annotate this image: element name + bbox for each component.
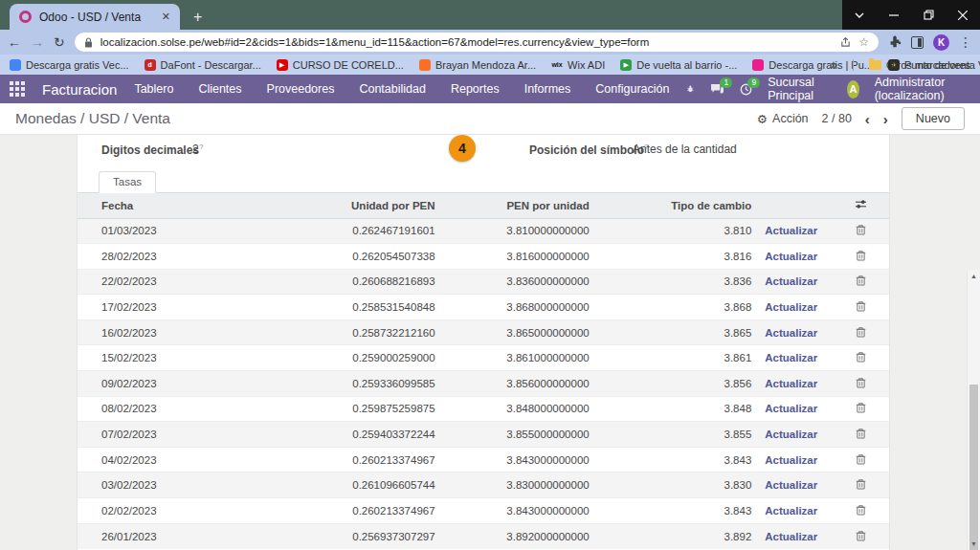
- delete-cell[interactable]: [833, 269, 889, 295]
- cell-fecha[interactable]: 17/02/2023: [78, 295, 256, 320]
- user-name[interactable]: Administrator (localizacion): [875, 76, 970, 102]
- nav-menu-item[interactable]: Configuración: [595, 82, 669, 96]
- debug-bug-icon[interactable]: [686, 83, 695, 95]
- cell-pen-por-unidad[interactable]: 3.816000000000: [443, 244, 597, 270]
- bookmark-item[interactable]: Descarga gratis | Pu...: [752, 59, 873, 71]
- cell-tipo-de-cambio[interactable]: 3.830: [597, 473, 760, 498]
- cell-pen-por-unidad[interactable]: 3.830000000000: [443, 473, 597, 498]
- trash-icon[interactable]: [856, 402, 866, 413]
- nav-menu-item[interactable]: Tablero: [134, 82, 173, 96]
- bookmark-item[interactable]: Descarga gratis Vec...: [10, 59, 129, 71]
- actualizar-link[interactable]: Actualizar: [765, 327, 817, 339]
- header-fecha[interactable]: Fecha: [78, 193, 256, 218]
- extensions-icon[interactable]: [888, 35, 902, 49]
- cell-fecha[interactable]: 01/03/2023: [78, 218, 256, 244]
- apps-menu-icon[interactable]: [10, 81, 25, 97]
- table-row[interactable]: 08/02/2023 0.259875259875 3.848000000000…: [78, 396, 889, 422]
- cell-tipo-de-cambio[interactable]: 3.892: [597, 523, 760, 549]
- header-pen-por-unidad[interactable]: PEN por unidad: [443, 193, 597, 218]
- delete-cell[interactable]: [833, 371, 889, 397]
- scroll-up-icon[interactable]: ▲: [968, 270, 980, 282]
- delete-cell[interactable]: [833, 244, 889, 270]
- nav-menu-item[interactable]: Reportes: [451, 82, 500, 96]
- new-tab-button[interactable]: +: [193, 10, 202, 25]
- trash-icon[interactable]: [856, 530, 866, 541]
- cell-unidad-por-pen[interactable]: 0.259336099585: [256, 371, 443, 397]
- cell-fecha[interactable]: 16/02/2023: [78, 319, 256, 345]
- restore-button[interactable]: [911, 0, 946, 30]
- table-row[interactable]: 09/02/2023 0.259336099585 3.856000000000…: [78, 371, 889, 397]
- actualizar-link[interactable]: Actualizar: [765, 531, 817, 542]
- close-tab-icon[interactable]: ✕: [162, 11, 170, 23]
- trash-icon[interactable]: [856, 250, 866, 261]
- table-row[interactable]: 04/02/2023 0.260213374967 3.843000000000…: [78, 447, 889, 473]
- pager-next-icon[interactable]: ›: [883, 111, 888, 127]
- header-tipo-de-cambio[interactable]: Tipo de cambio: [597, 193, 760, 218]
- cell-unidad-por-pen[interactable]: 0.260213374967: [256, 498, 443, 524]
- decimal-places-value[interactable]: 2: [192, 143, 199, 156]
- browser-menu-icon[interactable]: ⋮: [959, 35, 972, 49]
- cell-pen-por-unidad[interactable]: 3.810000000000: [443, 218, 597, 244]
- cell-pen-por-unidad[interactable]: 3.868000000000: [443, 295, 597, 320]
- trash-icon[interactable]: [856, 326, 866, 338]
- cell-unidad-por-pen[interactable]: 0.262467191601: [256, 218, 443, 244]
- cell-unidad-por-pen[interactable]: 0.258531540848: [256, 295, 443, 320]
- bookmark-item[interactable]: wix Wix ADI: [551, 59, 605, 71]
- actualizar-link[interactable]: Actualizar: [765, 454, 817, 466]
- delete-cell[interactable]: [833, 295, 889, 320]
- cell-fecha[interactable]: 07/02/2023: [78, 422, 256, 448]
- delete-cell[interactable]: [833, 447, 889, 473]
- pager-previous-icon[interactable]: ‹: [865, 111, 870, 127]
- table-row[interactable]: 07/02/2023 0.259403372244 3.855000000000…: [78, 422, 889, 448]
- header-unidad-por-pen[interactable]: Unidad por PEN: [256, 193, 443, 218]
- cell-fecha[interactable]: 02/02/2023: [78, 498, 256, 524]
- cell-fecha[interactable]: 22/02/2023: [78, 269, 256, 295]
- delete-cell[interactable]: [833, 218, 889, 244]
- cell-pen-por-unidad[interactable]: 3.855000000000: [443, 422, 597, 448]
- more-bookmarks-icon[interactable]: »: [831, 57, 837, 72]
- bookmark-star-icon[interactable]: ☆: [858, 36, 869, 48]
- table-row[interactable]: 22/02/2023 0.260688216893 3.836000000000…: [78, 269, 889, 295]
- cell-unidad-por-pen[interactable]: 0.259875259875: [256, 396, 443, 422]
- delete-cell[interactable]: [833, 319, 889, 345]
- reload-icon[interactable]: ↻: [54, 35, 65, 49]
- table-row[interactable]: 16/02/2023 0.258732212160 3.865000000000…: [78, 319, 889, 345]
- actualizar-link[interactable]: Actualizar: [765, 225, 817, 236]
- table-row[interactable]: 17/02/2023 0.258531540848 3.868000000000…: [78, 295, 889, 320]
- trash-icon[interactable]: [856, 478, 866, 490]
- delete-cell[interactable]: [833, 473, 889, 498]
- cell-unidad-por-pen[interactable]: 0.260688216893: [256, 269, 443, 295]
- cell-fecha[interactable]: 09/02/2023: [78, 371, 256, 397]
- breadcrumb[interactable]: Monedas / USD / Venta: [15, 110, 170, 127]
- trash-icon[interactable]: [856, 351, 866, 363]
- actualizar-link[interactable]: Actualizar: [765, 301, 817, 313]
- actualizar-link[interactable]: Actualizar: [765, 275, 817, 287]
- cell-tipo-de-cambio[interactable]: 3.816: [597, 244, 760, 270]
- actualizar-link[interactable]: Actualizar: [765, 378, 817, 389]
- messages-indicator[interactable]: 1: [710, 83, 724, 95]
- table-row[interactable]: 15/02/2023 0.259000259000 3.861000000000…: [78, 345, 889, 371]
- cell-tipo-de-cambio[interactable]: 3.856: [597, 371, 760, 397]
- browser-tab[interactable]: Odoo - USD / Venta ✕: [10, 4, 180, 30]
- side-panel-icon[interactable]: [911, 36, 924, 49]
- actualizar-link[interactable]: Actualizar: [765, 352, 817, 363]
- scroll-down-icon[interactable]: ▼: [968, 538, 980, 550]
- activities-indicator[interactable]: 9: [740, 83, 752, 96]
- bookmark-item[interactable]: d DaFont - Descargar...: [145, 59, 261, 71]
- cell-unidad-por-pen[interactable]: 0.259403372244: [256, 422, 443, 448]
- cell-fecha[interactable]: 08/02/2023: [78, 396, 256, 422]
- bookmark-item[interactable]: Brayan Mendoza Ar...: [419, 59, 536, 71]
- cell-unidad-por-pen[interactable]: 0.258732212160: [256, 319, 443, 345]
- optional-columns-icon[interactable]: [833, 193, 889, 218]
- cell-pen-por-unidad[interactable]: 3.848000000000: [443, 396, 597, 422]
- delete-cell[interactable]: [833, 396, 889, 422]
- bookmark-item[interactable]: ▶ CURSO DE CORELD...: [277, 59, 404, 71]
- actualizar-link[interactable]: Actualizar: [765, 429, 817, 440]
- url-bar[interactable]: localizacion.solse.pe/web#id=2&cids=1&bi…: [75, 33, 879, 52]
- scrollbar-thumb[interactable]: [969, 385, 978, 550]
- table-row[interactable]: 03/02/2023 0.261096605744 3.830000000000…: [78, 473, 889, 498]
- close-window-button[interactable]: [946, 0, 980, 30]
- window-chevron-icon[interactable]: [842, 0, 877, 30]
- other-bookmarks[interactable]: Otros marcadores: [869, 59, 970, 71]
- cell-unidad-por-pen[interactable]: 0.260213374967: [256, 447, 443, 473]
